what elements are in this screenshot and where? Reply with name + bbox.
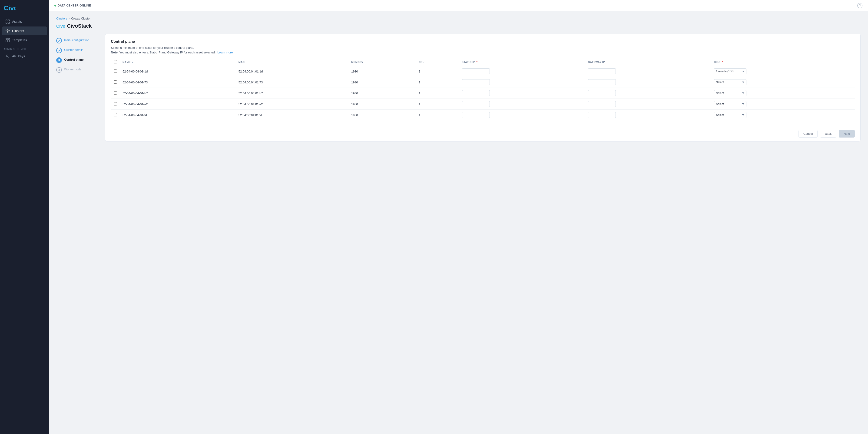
row-1-disk-select[interactable]: Select/dev/vda (10G)/dev/vdb (20G): [714, 79, 746, 85]
step-initial-config: Initial configuration: [56, 36, 105, 45]
note-text: You must also enter a Static IP and Gate…: [120, 51, 216, 54]
svg-rect-2: [8, 20, 9, 21]
row-0-static-ip-input[interactable]: [462, 68, 490, 74]
step-circle-4: 4: [56, 67, 62, 73]
row-0-gateway-ip-cell: [585, 66, 711, 77]
row-1-disk-cell: Select/dev/vda (10G)/dev/vdb (20G): [711, 77, 855, 88]
page-title: CivoStack: [67, 23, 92, 29]
table-row: 52-54-00-04-01-b752:54:00:04:01:b719801S…: [111, 88, 855, 99]
data-center-label: DATA CENTER ONLINE: [58, 4, 91, 7]
back-button[interactable]: Back: [820, 130, 836, 138]
sidebar-item-api-keys-label: API keys: [12, 54, 25, 58]
row-0-cpu: 1: [416, 66, 459, 77]
th-cpu: CPU: [416, 58, 459, 66]
learn-more-link[interactable]: Learn more: [217, 51, 233, 54]
row-4-gateway-ip-cell: [585, 110, 711, 121]
row-2-mac: 52:54:00:04:01:b7: [236, 88, 348, 99]
row-0-checkbox-cell: [111, 66, 120, 77]
sidebar-item-clusters[interactable]: Clusters: [2, 27, 47, 35]
svg-rect-16: [8, 40, 9, 42]
sidebar-item-api-keys[interactable]: API keys: [2, 52, 47, 61]
th-memory: MEMORY: [348, 58, 416, 66]
svg-rect-14: [6, 38, 9, 39]
sidebar-item-clusters-label: Clusters: [12, 29, 24, 33]
svg-point-6: [7, 29, 8, 30]
main-area: DATA CENTER ONLINE ? Clusters › Create C…: [49, 0, 868, 434]
row-1-cpu: 1: [416, 77, 459, 88]
th-gateway-ip: GATEWAY IP: [585, 58, 711, 66]
clusters-icon: [6, 29, 10, 33]
row-2-gateway-ip-input[interactable]: [588, 90, 616, 96]
svg-rect-1: [6, 20, 7, 21]
row-2-checkbox[interactable]: [114, 91, 117, 95]
row-4-name: 52-54-00-04-01-fd: [120, 110, 236, 121]
svg-text:Civo: Civo: [56, 24, 65, 29]
row-3-checkbox[interactable]: [114, 102, 117, 105]
breadcrumb: Clusters › Create Cluster: [56, 17, 861, 20]
data-center-status: DATA CENTER ONLINE: [54, 4, 91, 7]
row-1-gateway-ip-input[interactable]: [588, 79, 616, 85]
sidebar-item-assets[interactable]: Assets: [2, 17, 47, 26]
th-name: NAME ▲: [120, 58, 236, 66]
step-circle-2: [56, 47, 62, 53]
sidebar-logo: Civo: [0, 0, 49, 15]
row-4-mac: 52:54:00:04:01:fd: [236, 110, 348, 121]
svg-rect-3: [6, 22, 7, 24]
svg-point-8: [6, 31, 6, 31]
row-3-gateway-ip-input[interactable]: [588, 101, 616, 107]
row-1-static-ip-input[interactable]: [462, 79, 490, 85]
wizard-layout: Initial configuration Cluster details 3 …: [56, 34, 861, 141]
row-1-checkbox[interactable]: [114, 80, 117, 84]
row-2-memory: 1980: [348, 88, 416, 99]
help-button[interactable]: ?: [857, 3, 862, 8]
row-3-static-ip-input[interactable]: [462, 101, 490, 107]
sort-icon[interactable]: ▲: [131, 61, 134, 63]
table-row: 52-54-00-04-01-1d52:54:00:04:01:1d19801S…: [111, 66, 855, 77]
table-body: 52-54-00-04-01-1d52:54:00:04:01:1d19801S…: [111, 66, 855, 121]
row-3-memory: 1980: [348, 99, 416, 110]
row-1-memory: 1980: [348, 77, 416, 88]
row-4-gateway-ip-input[interactable]: [588, 112, 616, 118]
main-card: Control plane Select a minimum of one as…: [105, 34, 861, 141]
row-3-disk-select[interactable]: Select/dev/vda (10G)/dev/vdb (20G): [714, 101, 746, 107]
svg-point-7: [7, 32, 8, 33]
next-button[interactable]: Next: [839, 130, 855, 138]
table-header: NAME ▲ MAC MEMORY CPU STATIC IP * GATEWA…: [111, 58, 855, 66]
static-ip-required: *: [476, 61, 478, 63]
table-row: 52-54-00-04-01-fd52:54:00:04:01:fd19801S…: [111, 110, 855, 121]
row-2-static-ip-cell: [459, 88, 585, 99]
row-3-mac: 52:54:00:04:01:e2: [236, 99, 348, 110]
row-3-cpu: 1: [416, 99, 459, 110]
civo-logo-icon: Civo: [4, 4, 16, 12]
row-1-name: 52-54-00-04-01-73: [120, 77, 236, 88]
row-2-checkbox-cell: [111, 88, 120, 99]
row-2-gateway-ip-cell: [585, 88, 711, 99]
row-0-checkbox[interactable]: [114, 69, 117, 73]
page-header: Civo CivoStack: [56, 23, 861, 29]
row-4-checkbox[interactable]: [114, 113, 117, 116]
civo-logo-small-icon: Civo: [56, 24, 65, 29]
row-2-static-ip-input[interactable]: [462, 90, 490, 96]
select-all-checkbox[interactable]: [114, 60, 117, 63]
sidebar: Civo Assets Clust: [0, 0, 49, 434]
sidebar-item-templates[interactable]: Templates: [2, 36, 47, 44]
step-circle-1: [56, 38, 62, 43]
row-0-disk-select[interactable]: Select/dev/vda (10G)/dev/vdb (20G): [714, 68, 746, 74]
row-3-checkbox-cell: [111, 99, 120, 110]
row-4-static-ip-input[interactable]: [462, 112, 490, 118]
th-static-ip: STATIC IP *: [459, 58, 585, 66]
cancel-button[interactable]: Cancel: [799, 130, 817, 138]
row-2-disk-select[interactable]: Select/dev/vda (10G)/dev/vdb (20G): [714, 90, 746, 96]
row-1-mac: 52:54:00:04:01:73: [236, 77, 348, 88]
step-control-plane: 3 Control plane: [56, 55, 105, 65]
row-1-checkbox-cell: [111, 77, 120, 88]
sidebar-item-templates-label: Templates: [12, 38, 27, 42]
key-icon: [6, 54, 10, 58]
row-0-gateway-ip-input[interactable]: [588, 68, 616, 74]
steps-panel: Initial configuration Cluster details 3 …: [56, 34, 105, 141]
svg-point-17: [6, 55, 8, 57]
row-4-disk-select[interactable]: Select/dev/vda (10G)/dev/vdb (20G): [714, 112, 746, 118]
row-4-static-ip-cell: [459, 110, 585, 121]
svg-text:Civo: Civo: [4, 4, 16, 12]
breadcrumb-clusters-link[interactable]: Clusters: [56, 17, 67, 20]
